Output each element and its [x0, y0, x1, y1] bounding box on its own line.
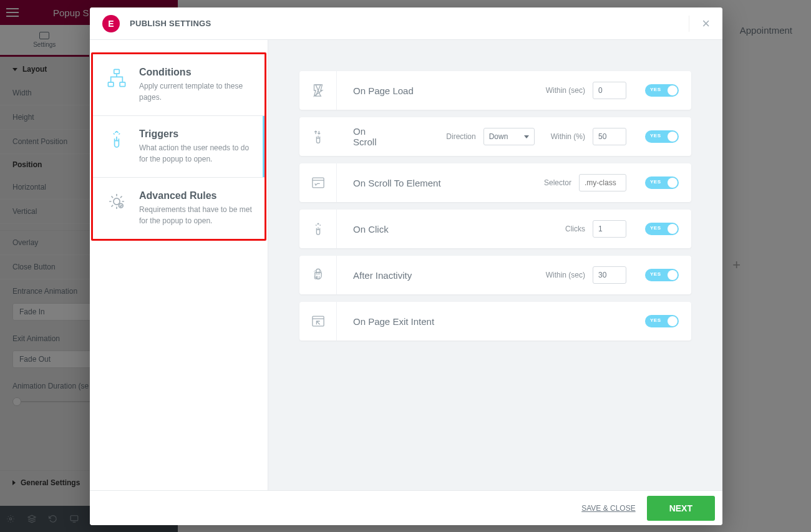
tab-desc: What action the user needs to do for the…	[139, 142, 252, 165]
svg-rect-9	[312, 178, 323, 188]
tab-title: Advanced Rules	[139, 190, 252, 201]
exit-intent-icon	[299, 302, 337, 341]
svg-rect-6	[120, 82, 125, 87]
svg-rect-5	[108, 82, 114, 87]
page-load-value-input[interactable]	[593, 82, 626, 99]
toggle-page-load[interactable]: YES	[645, 84, 679, 97]
field-label: Within (%)	[551, 132, 585, 141]
trigger-inactivity: After Inactivity Within (sec) YES	[299, 256, 691, 294]
triggers-icon	[105, 128, 128, 151]
advanced-rules-icon	[105, 190, 128, 213]
trigger-click: On Click Clicks YES	[299, 210, 691, 248]
inactivity-input[interactable]	[593, 266, 626, 284]
field-label: Direction	[446, 132, 475, 141]
scroll-direction-select[interactable]: Down	[483, 128, 535, 145]
trigger-name: On Scroll	[337, 126, 381, 147]
toggle-scroll-element[interactable]: YES	[645, 177, 679, 189]
trigger-name: After Inactivity	[337, 270, 546, 281]
toggle-exit-intent[interactable]: YES	[645, 315, 679, 327]
next-button[interactable]: NEXT	[647, 496, 715, 521]
trigger-exit-intent: On Page Exit Intent YES	[299, 302, 691, 341]
conditions-icon	[105, 67, 128, 89]
modal-title: PUBLISH SETTINGS	[130, 19, 211, 28]
scroll-icon	[299, 117, 337, 156]
close-icon[interactable]: ×	[689, 16, 710, 32]
trigger-scroll: On Scroll Direction Down Within (%) YES	[299, 117, 691, 156]
toggle-knob	[668, 224, 677, 234]
highlight-box: Conditions Apply current template to the…	[91, 52, 266, 241]
toggle-click[interactable]: YES	[645, 223, 679, 235]
tab-desc: Apply current template to these pages.	[139, 80, 252, 103]
field-label: Within (sec)	[546, 271, 585, 279]
toggle-knob	[668, 132, 677, 142]
trigger-name: On Page Load	[337, 85, 546, 96]
chevron-down-icon	[524, 135, 529, 138]
svg-rect-4	[114, 69, 120, 74]
toggle-knob	[668, 178, 677, 188]
trigger-name: On Page Exit Intent	[337, 316, 626, 327]
trigger-name: On Scroll To Element	[337, 178, 544, 188]
toggle-inactivity[interactable]: YES	[645, 269, 679, 281]
selector-input[interactable]	[579, 174, 626, 191]
save-close-link[interactable]: SAVE & CLOSE	[581, 504, 635, 513]
publish-settings-modal: E PUBLISH SETTINGS × Conditions	[90, 7, 722, 525]
toggle-knob	[668, 316, 677, 326]
modal-sidebar: Conditions Apply current template to the…	[90, 40, 268, 490]
clicks-input[interactable]	[593, 220, 626, 238]
scroll-element-icon	[299, 163, 337, 202]
page-load-icon	[299, 71, 337, 110]
sidebar-tab-triggers[interactable]: Triggers What action the user needs to d…	[93, 116, 265, 178]
trigger-page-load: On Page Load Within (sec) YES	[299, 71, 691, 110]
toggle-knob	[668, 270, 677, 280]
scroll-percent-input[interactable]	[593, 128, 626, 145]
click-icon	[299, 210, 337, 248]
modal-content: On Page Load Within (sec) YES On Scroll …	[268, 40, 722, 490]
field-label: Selector	[544, 178, 571, 187]
modal-body: Conditions Apply current template to the…	[90, 40, 722, 490]
modal-footer: SAVE & CLOSE NEXT	[90, 490, 722, 525]
tab-title: Conditions	[139, 67, 252, 78]
elementor-logo-icon: E	[102, 15, 120, 32]
trigger-scroll-element: On Scroll To Element Selector YES	[299, 163, 691, 202]
field-label: Within (sec)	[546, 86, 585, 95]
field-label: Clicks	[565, 225, 585, 233]
inactivity-icon	[299, 256, 337, 294]
toggle-knob	[668, 85, 677, 95]
sidebar-tab-advanced-rules[interactable]: Advanced Rules Requirements that have to…	[93, 178, 265, 239]
trigger-name: On Click	[337, 224, 565, 235]
svg-point-7	[114, 198, 120, 205]
tab-title: Triggers	[139, 128, 252, 140]
tab-desc: Requirements that have to be met for the…	[139, 204, 252, 226]
modal-header: E PUBLISH SETTINGS ×	[90, 7, 722, 40]
sidebar-tab-conditions[interactable]: Conditions Apply current template to the…	[93, 54, 265, 116]
toggle-scroll[interactable]: YES	[645, 130, 679, 143]
